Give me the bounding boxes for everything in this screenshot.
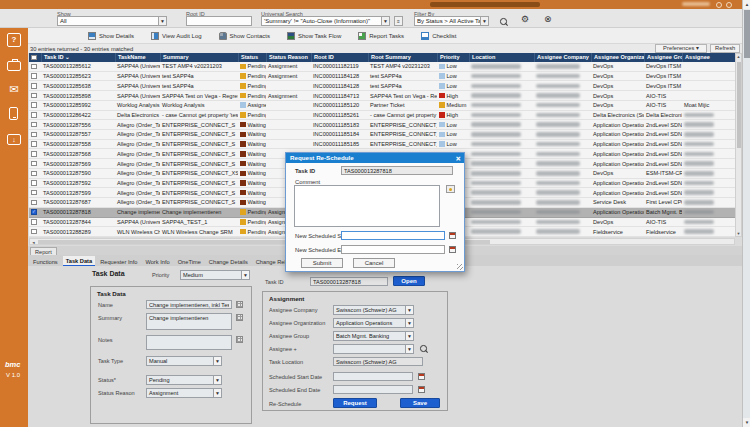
column-header-root-summary[interactable]: Root Summary — [368, 53, 437, 62]
column-header-summary[interactable]: Summary — [160, 53, 238, 62]
status-select[interactable]: Pending▼ — [146, 375, 222, 385]
table-row[interactable]: TAS000013285638SAPP4A (Universal)test SA… — [29, 81, 735, 91]
select-all-checkbox[interactable] — [31, 55, 37, 61]
chevron-down-icon[interactable]: ▼ — [241, 271, 249, 279]
chevron-down-icon[interactable]: ▼ — [480, 17, 488, 25]
mobile-icon[interactable] — [7, 107, 21, 121]
page-scrollbar[interactable]: ▲ ▼ — [742, 0, 750, 427]
chevron-down-icon[interactable]: ▼ — [213, 357, 221, 365]
inbox-icon[interactable]: ↓ — [7, 132, 21, 146]
show-task-flow-button[interactable]: Show Task Flow — [287, 32, 341, 40]
calendar-icon[interactable] — [449, 246, 456, 253]
tab-report[interactable]: Report — [30, 247, 57, 256]
scroll-left-icon[interactable]: ◄ — [31, 240, 36, 245]
chevron-down-icon[interactable]: ▼ — [405, 319, 413, 327]
tab-requester-info[interactable]: Requester Info — [97, 257, 140, 266]
row-checkbox[interactable] — [31, 151, 37, 157]
save-button[interactable]: Save — [400, 398, 440, 408]
close-icon[interactable]: ✕ — [456, 155, 461, 163]
detail-grid-icon[interactable] — [236, 301, 243, 308]
table-row[interactable]: TAS000013285992Worklog AnalysisWorklog A… — [29, 101, 735, 111]
row-checkbox[interactable] — [31, 219, 37, 225]
assignee-company-select[interactable]: Swisscom (Schweiz) AG▼ — [333, 305, 414, 315]
scroll-up-icon[interactable]: ▲ — [743, 0, 750, 9]
tab-task-data[interactable]: Task Data — [63, 256, 95, 266]
view-audit-log-button[interactable]: View Audit Log — [151, 32, 202, 40]
search-icon[interactable] — [500, 18, 508, 26]
row-checkbox[interactable] — [31, 93, 37, 99]
row-checkbox[interactable] — [31, 83, 37, 89]
column-header-assignee-group[interactable]: Assignee Group — [644, 53, 682, 62]
row-checkbox[interactable] — [31, 200, 37, 206]
root-id-input[interactable] — [186, 16, 252, 26]
clear-filter-icon[interactable]: ⊗ — [544, 14, 552, 24]
row-checkbox[interactable] — [31, 73, 37, 79]
checklist-button[interactable]: Checklist — [421, 32, 456, 40]
calendar-icon[interactable] — [418, 386, 425, 393]
scheduled-end-input[interactable] — [333, 385, 413, 394]
scroll-down-icon[interactable]: ▼ — [736, 231, 741, 236]
scroll-thumb[interactable] — [744, 10, 750, 58]
column-header-assignee-company[interactable]: Assignee Company — [534, 53, 591, 62]
table-row[interactable]: TAS000013285623SAPP4A (Universal)test SA… — [29, 72, 735, 82]
search-menu-button[interactable]: ≡ — [394, 16, 403, 26]
chevron-down-icon[interactable]: ▼ — [158, 17, 166, 25]
notification-icon[interactable] — [716, 2, 722, 8]
column-header-taskname[interactable]: TaskName — [115, 53, 160, 62]
scroll-thumb[interactable] — [737, 62, 742, 148]
gear-icon[interactable]: ⚙ — [521, 14, 529, 24]
assignee-search-icon[interactable] — [420, 345, 428, 353]
dialog-end-input[interactable] — [341, 245, 445, 254]
show-select[interactable]: All ▼ — [57, 16, 167, 26]
row-checkbox[interactable] — [31, 141, 37, 147]
filter-by-select[interactable]: By Status > All Active Tasks > ▼ — [414, 16, 489, 26]
scheduled-start-input[interactable] — [333, 372, 413, 381]
column-header-priority[interactable]: Priority — [437, 53, 469, 62]
chevron-down-icon[interactable]: ▼ — [213, 389, 221, 397]
table-row[interactable]: TAS000013285612SAPP4A (Universal)TEST AM… — [29, 62, 735, 72]
mail-icon[interactable]: ✉ — [7, 83, 21, 97]
column-header-task-id[interactable]: Task ID ⌄ — [41, 53, 115, 62]
row-checkbox[interactable] — [31, 102, 37, 108]
status-reason-select[interactable]: Assignment▼ — [146, 388, 222, 398]
report-tasks-button[interactable]: Report Tasks — [358, 32, 404, 40]
summary-textarea[interactable]: Change implementieren — [146, 313, 232, 330]
show-details-button[interactable]: Show Details — [88, 32, 134, 40]
column-header-assignee-organizati[interactable]: Assignee Organizati... — [591, 53, 644, 62]
chevron-down-icon[interactable]: ▼ — [405, 306, 413, 314]
scroll-up-icon[interactable]: ▲ — [736, 54, 741, 59]
row-checkbox[interactable] — [31, 64, 37, 70]
row-checkbox[interactable] — [31, 190, 37, 196]
tab-functions[interactable]: Functions — [30, 257, 61, 266]
toolbox-icon[interactable] — [7, 58, 21, 72]
resize-grip[interactable] — [457, 264, 463, 270]
row-checkbox[interactable] — [31, 161, 37, 167]
preferences-button[interactable]: Preferences ▾ — [655, 44, 707, 53]
tab-work-info[interactable]: Work Info — [142, 257, 172, 266]
calendar-icon[interactable] — [418, 373, 425, 380]
submit-button[interactable]: Submit — [301, 258, 343, 268]
assignee-select[interactable]: ▼ — [333, 344, 414, 354]
table-row[interactable]: TAS000013286422Delta Electronics (Switze… — [29, 111, 735, 121]
dialog-comment-textarea[interactable] — [294, 185, 440, 227]
task-type-select[interactable]: Manual▼ — [146, 356, 222, 366]
account-icon[interactable] — [726, 2, 732, 8]
column-header-assignee[interactable]: Assignee — [682, 53, 735, 62]
refresh-button[interactable]: Refresh — [710, 44, 740, 53]
name-input[interactable] — [146, 300, 232, 309]
cancel-button[interactable]: Cancel — [353, 258, 395, 268]
chevron-down-icon[interactable]: ▼ — [405, 345, 413, 353]
row-checkbox[interactable] — [31, 229, 37, 235]
chevron-down-icon[interactable]: ▼ — [213, 376, 221, 384]
request-button[interactable]: Request — [333, 398, 377, 408]
row-checkbox[interactable] — [31, 180, 37, 186]
column-header-status-reason[interactable]: Status Reason — [266, 53, 311, 62]
help-box-icon[interactable]: ? — [7, 33, 21, 47]
row-checkbox[interactable] — [31, 171, 37, 177]
table-row[interactable]: TAS000013287557Allegro (Order_Task)ENTER… — [29, 130, 735, 140]
row-checkbox[interactable] — [31, 112, 37, 118]
tab-onetime[interactable]: OneTime — [175, 257, 204, 266]
column-header-root-id[interactable]: Root ID — [311, 53, 368, 62]
chevron-down-icon[interactable]: ▼ — [405, 332, 413, 340]
priority-select[interactable]: Medium▼ — [180, 270, 250, 280]
